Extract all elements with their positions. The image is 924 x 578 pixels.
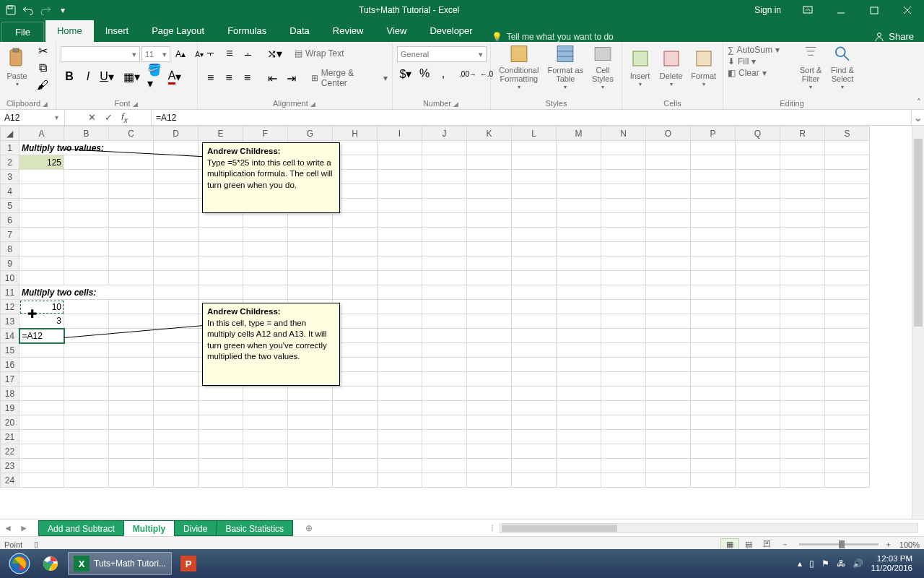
column-header[interactable]: E bbox=[199, 126, 243, 141]
macro-record-icon[interactable]: ▯ bbox=[34, 540, 38, 549]
cell[interactable] bbox=[512, 141, 557, 155]
cell[interactable] bbox=[378, 473, 422, 488]
cell[interactable] bbox=[154, 300, 199, 314]
cell[interactable] bbox=[601, 387, 646, 401]
cell[interactable] bbox=[512, 401, 557, 415]
cell[interactable] bbox=[467, 300, 512, 314]
cell[interactable] bbox=[825, 343, 870, 358]
cell[interactable] bbox=[691, 228, 736, 242]
row-header[interactable]: 5 bbox=[1, 199, 19, 213]
cell[interactable] bbox=[467, 358, 512, 372]
ribbon-display-options-icon[interactable] bbox=[791, 0, 824, 20]
cell[interactable] bbox=[736, 271, 780, 285]
cell[interactable] bbox=[825, 314, 870, 329]
cell[interactable] bbox=[691, 314, 736, 329]
cell[interactable] bbox=[64, 430, 109, 444]
cell[interactable] bbox=[646, 300, 691, 314]
cell[interactable] bbox=[601, 141, 646, 155]
close-icon[interactable] bbox=[891, 0, 924, 20]
cell[interactable] bbox=[825, 228, 870, 242]
cell[interactable] bbox=[512, 213, 557, 228]
collapse-ribbon-icon[interactable]: ˄ bbox=[917, 98, 921, 108]
cell[interactable] bbox=[422, 285, 467, 300]
cell[interactable] bbox=[557, 343, 601, 358]
cell[interactable] bbox=[825, 372, 870, 387]
cell[interactable] bbox=[422, 141, 467, 155]
cell[interactable] bbox=[199, 459, 243, 473]
cell[interactable] bbox=[378, 444, 422, 459]
cell[interactable] bbox=[557, 314, 601, 329]
cell[interactable] bbox=[422, 184, 467, 199]
cell[interactable] bbox=[825, 170, 870, 184]
cell[interactable] bbox=[64, 242, 109, 256]
cell[interactable] bbox=[154, 444, 199, 459]
cell[interactable] bbox=[825, 473, 870, 488]
cell[interactable] bbox=[19, 199, 64, 213]
qat-customize-icon[interactable]: ▾ bbox=[55, 2, 71, 18]
cell[interactable] bbox=[467, 430, 512, 444]
cell[interactable] bbox=[825, 401, 870, 415]
cell[interactable] bbox=[199, 387, 243, 401]
row-header[interactable]: 19 bbox=[1, 401, 19, 415]
cell[interactable] bbox=[512, 271, 557, 285]
cell[interactable] bbox=[154, 271, 199, 285]
cell[interactable] bbox=[646, 329, 691, 343]
cell[interactable] bbox=[243, 256, 288, 271]
share-button[interactable]: Share bbox=[864, 31, 924, 42]
sheet-nav-next-icon[interactable]: ► bbox=[16, 523, 32, 533]
cell[interactable] bbox=[199, 430, 243, 444]
row-header[interactable]: 6 bbox=[1, 213, 19, 228]
minimize-icon[interactable] bbox=[824, 0, 858, 20]
font-name-combo[interactable]: ▾ bbox=[61, 46, 140, 62]
column-header[interactable]: J bbox=[422, 126, 467, 141]
row-header[interactable]: 11 bbox=[1, 285, 19, 300]
cell[interactable] bbox=[288, 256, 333, 271]
column-header[interactable]: G bbox=[288, 126, 333, 141]
cell[interactable] bbox=[154, 473, 199, 488]
cell[interactable] bbox=[780, 430, 825, 444]
cell[interactable] bbox=[601, 415, 646, 430]
cell[interactable] bbox=[825, 415, 870, 430]
cell[interactable] bbox=[601, 473, 646, 488]
cell[interactable] bbox=[333, 444, 378, 459]
cell[interactable] bbox=[422, 228, 467, 242]
cell[interactable] bbox=[601, 358, 646, 372]
tab-review[interactable]: Review bbox=[321, 20, 375, 42]
cell[interactable] bbox=[780, 141, 825, 155]
sheet-tab-basic-statistics[interactable]: Basic Statistics bbox=[216, 520, 293, 536]
cell[interactable] bbox=[199, 228, 243, 242]
cell[interactable] bbox=[19, 343, 64, 358]
cell[interactable]: 125 bbox=[19, 155, 64, 170]
tell-me-search[interactable]: 💡 Tell me what you want to do bbox=[484, 32, 621, 42]
cell[interactable] bbox=[646, 170, 691, 184]
tab-formulas[interactable]: Formulas bbox=[216, 20, 278, 42]
clipboard-dialog-launcher[interactable]: ◢ bbox=[43, 100, 49, 108]
italic-button[interactable]: I bbox=[79, 69, 97, 84]
row-header[interactable]: 21 bbox=[1, 430, 19, 444]
find-select-button[interactable]: Find & Select▾ bbox=[829, 43, 856, 91]
sheet-nav-prev-icon[interactable]: ◄ bbox=[0, 523, 16, 533]
formula-input[interactable] bbox=[152, 110, 911, 125]
cell[interactable] bbox=[512, 372, 557, 387]
cell[interactable] bbox=[512, 387, 557, 401]
cell[interactable] bbox=[467, 314, 512, 329]
tray-network-icon[interactable]: 🖧 bbox=[837, 558, 845, 569]
cell[interactable] bbox=[467, 228, 512, 242]
zoom-slider[interactable] bbox=[799, 543, 879, 545]
cell[interactable] bbox=[109, 199, 154, 213]
cell[interactable] bbox=[422, 444, 467, 459]
cell[interactable] bbox=[422, 473, 467, 488]
cell[interactable] bbox=[780, 473, 825, 488]
cell[interactable] bbox=[19, 459, 64, 473]
insert-cells-button[interactable]: Insert▾ bbox=[627, 43, 653, 91]
cell[interactable] bbox=[243, 387, 288, 401]
cell[interactable] bbox=[64, 415, 109, 430]
cell[interactable] bbox=[512, 199, 557, 213]
cell[interactable] bbox=[64, 387, 109, 401]
cell[interactable] bbox=[512, 256, 557, 271]
cell[interactable] bbox=[288, 242, 333, 256]
cell[interactable] bbox=[825, 155, 870, 170]
cell[interactable] bbox=[154, 213, 199, 228]
cell[interactable] bbox=[199, 285, 243, 300]
cell[interactable] bbox=[646, 199, 691, 213]
